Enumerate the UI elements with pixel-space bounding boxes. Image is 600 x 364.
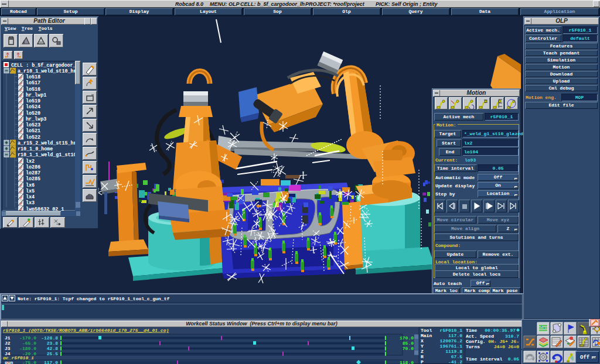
svg-text:r5F010_1: r5F010_1 — [440, 328, 463, 333]
svg-text:R: R — [421, 354, 424, 359]
svg-text:310.7: 310.7 — [505, 334, 519, 339]
svg-text:Main: Main — [421, 333, 432, 338]
svg-text:X: X — [421, 338, 424, 344]
svg-text:lx6: lx6 — [26, 183, 35, 188]
svg-text:lx4: lx4 — [26, 194, 35, 200]
svg-text:hr_lwp3: hr_lwp3 — [26, 116, 46, 122]
svg-text:lo523: lo523 — [26, 122, 40, 128]
svg-text:Config.: Config. — [466, 339, 486, 344]
svg-text:Turns: Turns — [466, 344, 480, 349]
svg-text:lo524: lo524 — [26, 104, 40, 110]
svg-text:lo522: lo522 — [26, 135, 40, 140]
svg-text:r5f010_1 (@OTO/TKSE/ROBOTS_ABB: r5f010_1 (@OTO/TKSE/ROBOTS_ABB/irb6640id… — [3, 328, 169, 333]
svg-text:-170.0: -170.0 — [19, 335, 36, 341]
svg-text:85.0: 85.0 — [403, 341, 414, 346]
svg-text:25.5: 25.5 — [47, 351, 58, 356]
svg-text:P: P — [421, 359, 424, 364]
svg-text:lwp50632_02_1: lwp50632_02_1 — [26, 207, 64, 211]
svg-text:0H- J5+ J6-: 0H- J5+ J6- — [488, 339, 519, 344]
svg-text:196761.1: 196761.1 — [440, 344, 463, 349]
svg-text:r10_1_1_weld_g1_st1C: r10_1_1_weld_g1_st1C — [18, 152, 75, 158]
svg-text:a_r10_1_weld_st10_hr: a_r10_1_weld_st10_hr — [18, 68, 75, 74]
svg-text:117.0: 117.0 — [448, 333, 462, 338]
svg-text:lo516: lo516 — [26, 87, 40, 92]
svg-text:-41.2: -41.2 — [448, 359, 462, 364]
svg-text:lo286: lo286 — [26, 164, 40, 170]
svg-text:lo520: lo520 — [26, 111, 40, 116]
svg-text:Act. Speed: Act. Speed — [466, 334, 494, 339]
svg-text:a_r15_2_weld_st15_hr: a_r15_2_weld_st15_hr — [18, 140, 75, 146]
svg-text:118.0: 118.0 — [400, 360, 414, 364]
svg-text:lo519: lo519 — [26, 98, 40, 104]
svg-text:120076.2: 120076.2 — [440, 338, 463, 344]
svg-text:gun: gun — [5, 360, 13, 364]
svg-text:J3: J3 — [5, 346, 11, 351]
svg-text:lo521: lo521 — [26, 128, 40, 134]
svg-text:lx3: lx3 — [26, 200, 35, 206]
svg-text:00:00:35.97: 00:00:35.97 — [485, 328, 516, 333]
svg-text:-128.8: -128.8 — [41, 335, 58, 341]
svg-text:lx2: lx2 — [26, 159, 35, 164]
svg-text:hr_lwp1: hr_lwp1 — [26, 92, 46, 98]
svg-text:-180.0: -180.0 — [19, 346, 36, 351]
svg-text:-65.0: -65.0 — [22, 341, 36, 346]
svg-text:67.5: 67.5 — [451, 354, 462, 359]
svg-text:J2: J2 — [5, 341, 11, 346]
svg-text:lo517: lo517 — [26, 80, 40, 86]
svg-text:70.0: 70.0 — [403, 346, 414, 351]
svg-text:Tool: Tool — [421, 328, 432, 333]
svg-text:lo285: lo285 — [26, 176, 40, 182]
svg-text:0.05: 0.05 — [508, 356, 519, 362]
svg-text:1119.8: 1119.8 — [445, 349, 462, 354]
svg-text:lx5: lx5 — [26, 188, 35, 194]
svg-text:J1: J1 — [5, 335, 11, 341]
svg-text:J4=0 J6=0: J4=0 J6=0 — [494, 344, 519, 349]
svg-text:117.0: 117.0 — [44, 360, 58, 364]
svg-text:lo518: lo518 — [26, 74, 40, 80]
svg-text:lo287: lo287 — [26, 170, 40, 176]
svg-text:Time: Time — [466, 328, 477, 333]
svg-text:Z: Z — [421, 349, 424, 354]
svg-text:170.0: 170.0 — [400, 335, 414, 341]
svg-text:r10_1_0_home: r10_1_0_home — [18, 146, 53, 152]
svg-text:23.8: 23.8 — [47, 341, 58, 346]
svg-text:42.8: 42.8 — [47, 346, 58, 351]
svg-text:CELL : b_5f_cargodoor_: CELL : b_5f_cargodoor_ — [11, 63, 75, 68]
svg-text:-75.0: -75.0 — [22, 360, 36, 364]
svg-text:Time interval: Time interval — [466, 356, 503, 362]
svg-text:Y: Y — [421, 344, 424, 349]
